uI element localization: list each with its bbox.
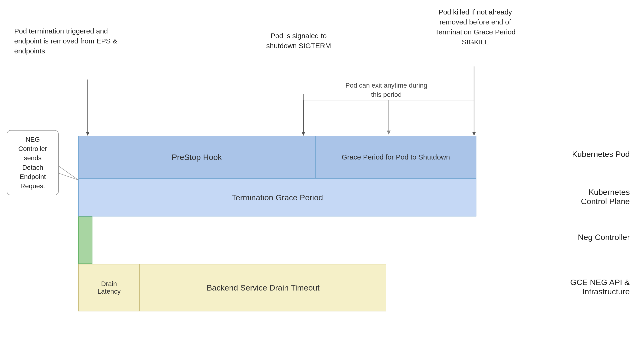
annotation-pod-exit: Pod can exit anytime during this period xyxy=(341,81,432,99)
bar-backend-drain: Backend Service Drain Timeout xyxy=(140,264,386,311)
svg-line-12 xyxy=(59,173,78,180)
bar-drain-latency: Drain Latency xyxy=(78,264,140,311)
right-label-kubernetes-cp: Kubernetes Control Plane xyxy=(581,188,630,206)
svg-marker-3 xyxy=(302,132,305,136)
annotation-termination: Pod termination triggered and endpoint i… xyxy=(14,26,133,56)
right-label-neg-controller: Neg Controller xyxy=(578,233,630,242)
neg-bubble: NEG Controller sends Detach Endpoint Req… xyxy=(7,130,59,195)
svg-marker-1 xyxy=(86,132,90,136)
bar-drain-latency-label: Drain Latency xyxy=(79,280,139,295)
bar-neg xyxy=(78,217,92,264)
svg-line-11 xyxy=(59,166,78,180)
bar-backend-drain-label: Backend Service Drain Timeout xyxy=(140,283,386,292)
svg-marker-5 xyxy=(472,132,476,136)
bar-grace: Grace Period for Pod to Shutdown xyxy=(315,136,476,179)
bar-prestop-label: PreStop Hook xyxy=(79,153,315,162)
bar-termination-label: Termination Grace Period xyxy=(79,193,476,202)
annotation-sigterm: Pod is signaled to shutdown SIGTERM xyxy=(256,31,341,51)
bar-termination: Termination Grace Period xyxy=(78,179,476,217)
bar-grace-label: Grace Period for Pod to Shutdown xyxy=(316,153,476,161)
diagram-container: Pod termination triggered and endpoint i… xyxy=(0,0,644,352)
right-label-kubernetes-pod: Kubernetes Pod xyxy=(572,149,630,159)
right-label-gce-neg: GCE NEG API & Infrastructure xyxy=(570,278,630,296)
svg-marker-10 xyxy=(387,130,390,135)
annotation-sigkill: Pod killed if not already removed before… xyxy=(424,7,526,47)
bar-prestop: PreStop Hook xyxy=(78,136,315,179)
